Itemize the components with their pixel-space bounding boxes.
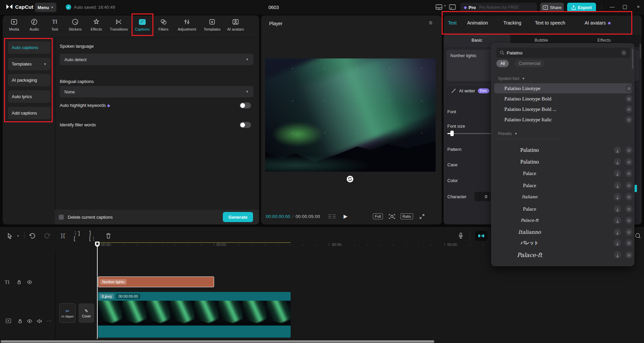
- font-search-input[interactable]: Palatino ×: [496, 48, 630, 58]
- tab-templates[interactable]: Templates: [199, 18, 225, 31]
- favorite-star-icon[interactable]: ☆: [625, 251, 633, 259]
- split-icon[interactable]: ][: [59, 232, 66, 240]
- tab-ai-avatars[interactable]: AI avatars: [222, 18, 249, 31]
- preset-font-row-palace[interactable]: Palace↓☆: [494, 168, 632, 178]
- scrollbar[interactable]: [640, 44, 641, 58]
- undo-icon[interactable]: [29, 232, 36, 240]
- tab-adjustment[interactable]: Adjustment: [174, 18, 200, 31]
- preset-font-row-italianno[interactable]: Italianno↓☆: [494, 227, 632, 237]
- favorite-star-icon[interactable]: ☆: [625, 205, 633, 213]
- font-row-palatino-linotype[interactable]: Palatino Linotype☆: [494, 83, 632, 93]
- favorite-star-icon[interactable]: ☆: [625, 146, 633, 154]
- lock-icon[interactable]: [17, 280, 21, 285]
- redo-icon[interactable]: [44, 232, 51, 240]
- favorite-star-icon[interactable]: ☆: [625, 228, 633, 236]
- download-icon[interactable]: ↓: [614, 205, 621, 213]
- font-row-palatino-linotype-italic[interactable]: Palatino Linotype Italic☆: [494, 115, 632, 125]
- ai-clipper-button[interactable]: ✂ AI clipper: [59, 303, 76, 323]
- select-tool-icon[interactable]: [6, 232, 13, 240]
- favorite-star-icon[interactable]: ☆: [625, 217, 633, 224]
- subtab-effects[interactable]: Effects: [597, 38, 611, 43]
- share-button[interactable]: Share: [540, 3, 564, 12]
- preset-font-row-palatino[interactable]: Palatino↓☆: [494, 145, 632, 155]
- download-icon[interactable]: ↓: [614, 228, 621, 236]
- favorite-star-icon[interactable]: ☆: [625, 182, 633, 189]
- bilingual-captions-select[interactable]: None ▼: [60, 86, 253, 97]
- split-right-icon[interactable]: ][⋮: [89, 232, 96, 240]
- auto-highlight-toggle[interactable]: [240, 102, 251, 109]
- playhead-line[interactable]: [97, 243, 98, 339]
- preset-font-row-italiano[interactable]: Italiano↓☆: [494, 192, 632, 202]
- subtab-basic[interactable]: Basic: [472, 38, 482, 43]
- favorite-star-icon[interactable]: ☆: [625, 239, 633, 247]
- close-button[interactable]: ×: [635, 4, 642, 9]
- eye-icon[interactable]: [27, 280, 32, 284]
- minimize-button[interactable]: —: [609, 4, 615, 9]
- favorite-star-icon[interactable]: ☆: [625, 95, 633, 102]
- split-left-icon[interactable]: ⋮][: [73, 232, 81, 240]
- layout-panel-icon[interactable]: [436, 4, 443, 10]
- zoom-fit-icon[interactable]: [388, 214, 396, 219]
- rotate-handle[interactable]: [346, 175, 354, 183]
- scrollbar[interactable]: [632, 49, 633, 69]
- favorite-star-icon[interactable]: ☆: [625, 170, 633, 177]
- full-button[interactable]: Full: [373, 213, 383, 219]
- delete-icon[interactable]: [105, 232, 112, 240]
- more-options-icon[interactable]: ···: [47, 318, 52, 323]
- identify-filler-toggle[interactable]: [240, 122, 251, 128]
- download-icon[interactable]: ↓: [614, 217, 621, 224]
- subtab-bubble[interactable]: Bubble: [535, 38, 548, 43]
- generate-button[interactable]: Generate: [223, 212, 253, 222]
- video-preview[interactable]: Norther lights: [265, 58, 436, 172]
- spoken-language-select[interactable]: Auto detect ▼: [60, 54, 253, 65]
- layout-chevron-icon[interactable]: ▼: [444, 4, 447, 10]
- delete-captions-checkbox[interactable]: [59, 215, 64, 220]
- cover-button[interactable]: ✎ Cover: [79, 303, 94, 323]
- fullscreen-icon[interactable]: [419, 214, 425, 219]
- play-button[interactable]: ▶: [344, 213, 348, 219]
- mute-icon[interactable]: [37, 319, 42, 324]
- preset-font-row-palace[interactable]: Palace↓☆: [494, 180, 632, 190]
- pro-banner[interactable]: ◆Pro Pro features for FREE: [460, 3, 537, 12]
- timeline-zoom-icon[interactable]: [634, 232, 642, 240]
- menu-button[interactable]: Menu▼: [35, 3, 56, 12]
- download-icon[interactable]: ↓: [614, 182, 621, 189]
- preset-font-row-palatino[interactable]: Palatino↓☆: [494, 157, 632, 167]
- clear-search-icon[interactable]: ×: [621, 50, 627, 55]
- horizontal-scrollbar[interactable]: [1, 340, 434, 343]
- download-icon[interactable]: ↓: [614, 239, 621, 247]
- presets-section[interactable]: Presets▼: [498, 131, 517, 136]
- tab-transitions[interactable]: Transitions: [106, 18, 132, 31]
- download-icon[interactable]: ↓: [614, 193, 621, 201]
- filter-all[interactable]: All: [496, 60, 509, 67]
- favorite-star-icon[interactable]: ☆: [625, 193, 633, 201]
- player-menu-icon[interactable]: ≡: [429, 19, 433, 27]
- slider-handle[interactable]: [450, 131, 454, 136]
- layout-bottom-icon[interactable]: [449, 4, 456, 10]
- download-icon[interactable]: ↓: [614, 251, 621, 259]
- download-icon[interactable]: ↓: [614, 170, 621, 177]
- auto-snap-toggle[interactable]: [475, 231, 487, 241]
- text-clip[interactable]: Norther lights: [98, 276, 214, 287]
- ai-writer-button[interactable]: AI writer Free: [451, 88, 489, 93]
- restore-button[interactable]: [622, 4, 628, 9]
- download-icon[interactable]: ↓: [614, 146, 621, 154]
- filter-commercial[interactable]: Commercial: [515, 60, 544, 67]
- frame-list-icon[interactable]: [328, 214, 336, 219]
- favorite-star-icon[interactable]: ☆: [625, 158, 633, 166]
- preset-font-row-パレット[interactable]: パレット↓☆: [494, 238, 632, 248]
- lock-icon[interactable]: [18, 319, 22, 324]
- favorite-star-icon[interactable]: ☆: [625, 85, 633, 92]
- preset-font-row-palace-ft[interactable]: Palace-ft↓☆: [494, 250, 632, 260]
- video-clip[interactable]: 8.jpeg 00:00:05:00: [98, 292, 291, 338]
- favorite-star-icon[interactable]: ☆: [625, 116, 633, 123]
- download-icon[interactable]: ↓: [614, 158, 621, 166]
- playhead-handle[interactable]: [95, 242, 100, 247]
- preset-font-row-palace-ft[interactable]: Palace-ft↓☆: [494, 215, 632, 225]
- export-button[interactable]: Export: [567, 3, 596, 12]
- record-voiceover-icon[interactable]: [457, 232, 464, 240]
- select-tool-chevron-icon[interactable]: ▼: [16, 232, 20, 240]
- system-font-section[interactable]: System font▼: [498, 76, 525, 81]
- font-row-palatino-linotype-bold[interactable]: Palatino Linotype Bold ...☆: [494, 104, 632, 114]
- font-row-palatino-linotype-bold[interactable]: Palatino Linotype Bold☆: [494, 94, 632, 104]
